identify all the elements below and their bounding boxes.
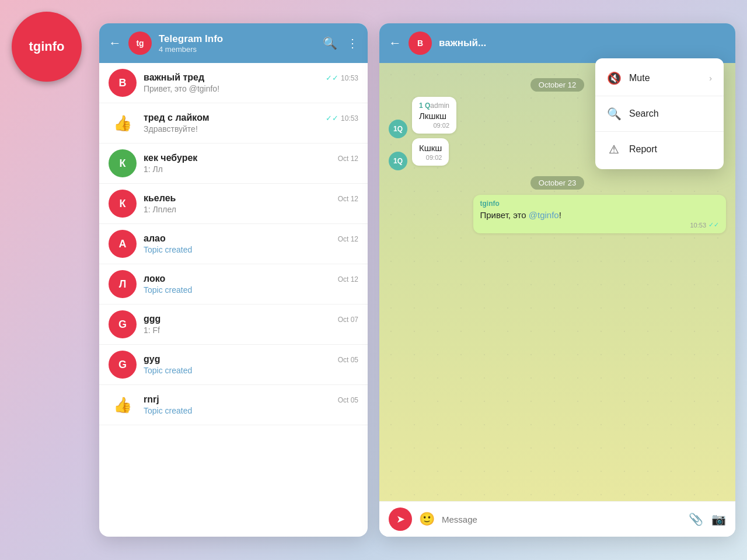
- message-text: Кшкш: [419, 143, 442, 153]
- thread-name: gyg: [144, 354, 160, 365]
- left-panel: ← tg Telegram Info 4 members 🔍 ⋮ В важны…: [99, 23, 368, 537]
- thread-content: тред с лайком ✓✓10:53 Здравствуйте!: [144, 113, 358, 134]
- dropdown-label: Mute: [629, 73, 701, 83]
- thread-content: gyg Oct 05 Topic created: [144, 354, 358, 375]
- dropdown-menu: 🔇 Mute › 🔍 Search ⚠ Report: [595, 58, 724, 169]
- thread-top: rnrj Oct 05: [144, 394, 358, 405]
- thread-preview: 1: Ff: [144, 326, 358, 335]
- search-icon[interactable]: 🔍: [323, 36, 337, 50]
- left-header-title: Telegram Info: [159, 33, 316, 45]
- thread-name: rnrj: [144, 394, 159, 405]
- thread-item[interactable]: Л локо Oct 12 Topic created: [99, 264, 368, 304]
- dropdown-label: Search: [629, 108, 712, 119]
- message-time: 09:02: [426, 154, 442, 161]
- thread-item[interactable]: А алао Oct 12 Topic created: [99, 224, 368, 264]
- thread-top: кьелеь Oct 12: [144, 193, 358, 204]
- thread-avatar: 👍: [109, 109, 137, 137]
- thread-time: Oct 05: [338, 356, 358, 364]
- thread-time: Oct 07: [338, 316, 358, 324]
- thread-preview: 1: Лл: [144, 164, 358, 174]
- left-header-actions: 🔍 ⋮: [323, 36, 358, 50]
- thread-time: Oct 12: [338, 195, 358, 203]
- thread-content: кьелеь Oct 12 1: Лплел: [144, 193, 358, 214]
- message-sender: tginfo: [480, 200, 720, 208]
- date-badge: October 23: [389, 177, 726, 188]
- message-input[interactable]: [442, 514, 682, 524]
- thread-list: В важный тред ✓✓10:53 Привет, это @tginf…: [99, 63, 368, 537]
- thread-preview: Topic created: [144, 366, 358, 375]
- emoji-icon[interactable]: 🙂: [419, 512, 435, 527]
- thread-name: ggg: [144, 314, 160, 324]
- message-bubble: 1 Q admin Лкшкш 09:02: [412, 97, 456, 134]
- read-check: ✓✓: [708, 221, 719, 229]
- input-icons: 📎 📷: [689, 512, 726, 526]
- camera-icon[interactable]: 📷: [711, 512, 726, 526]
- dropdown-item-mute[interactable]: 🔇 Mute ›: [595, 63, 724, 93]
- thread-preview: Topic created: [144, 245, 358, 254]
- thread-item[interactable]: 👍 тред с лайком ✓✓10:53 Здравствуйте!: [99, 103, 368, 144]
- thread-top: важный тред ✓✓10:53: [144, 72, 358, 83]
- message-time-row: 09:02: [419, 154, 442, 161]
- dropdown-icon: 🔍: [607, 107, 621, 121]
- thread-name: кек чебурек: [144, 153, 197, 163]
- thread-content: важный тред ✓✓10:53 Привет, это @tginfo!: [144, 72, 358, 93]
- thread-item[interactable]: В важный тред ✓✓10:53 Привет, это @tginf…: [99, 63, 368, 103]
- message-bubble-sent: tginfo Привет, это @tginfo! 10:53 ✓✓: [473, 195, 727, 233]
- chevron-right-icon: ›: [709, 74, 712, 83]
- thread-item[interactable]: G gyg Oct 05 Topic created: [99, 345, 368, 385]
- message-avatar: 1Q: [389, 152, 407, 170]
- left-header: ← tg Telegram Info 4 members 🔍 ⋮: [99, 23, 368, 63]
- message-text: Привет, это @tginfo!: [480, 210, 720, 220]
- thread-content: кек чебурек Oct 12 1: Лл: [144, 153, 358, 174]
- thread-content: rnrj Oct 05 Topic created: [144, 394, 358, 415]
- thread-avatar: К: [109, 190, 137, 218]
- thread-item[interactable]: К кьелеь Oct 12 1: Лплел: [99, 184, 368, 224]
- read-check: ✓✓: [326, 74, 338, 82]
- thread-time: Oct 12: [338, 235, 358, 243]
- dropdown-divider: [595, 96, 724, 96]
- attach-icon[interactable]: 📎: [689, 512, 703, 526]
- thread-content: локо Oct 12 Topic created: [144, 274, 358, 295]
- thread-top: алао Oct 12: [144, 233, 358, 244]
- thread-preview: Здравствуйте!: [144, 124, 358, 134]
- dropdown-item-search[interactable]: 🔍 Search: [595, 99, 724, 129]
- right-panel: ← В важный... October 12 1Q 1 Q admin Лк…: [379, 23, 735, 537]
- send-button[interactable]: ➤: [389, 508, 412, 531]
- dropdown-label: Report: [629, 144, 712, 155]
- thread-top: тред с лайком ✓✓10:53: [144, 113, 358, 123]
- thread-name: кьелеь: [144, 193, 176, 204]
- thread-preview: Topic created: [144, 406, 358, 415]
- thread-avatar: 👍: [109, 391, 137, 419]
- chat-input-area: ➤ 🙂 📎 📷: [379, 501, 735, 537]
- thread-item[interactable]: К кек чебурек Oct 12 1: Лл: [99, 144, 368, 184]
- dropdown-item-report[interactable]: ⚠ Report: [595, 134, 724, 164]
- dropdown-icon: 🔇: [607, 71, 621, 85]
- thread-avatar: В: [109, 69, 137, 97]
- message-avatar: 1Q: [389, 120, 407, 138]
- left-header-subtitle: 4 members: [159, 45, 316, 54]
- thread-avatar: G: [109, 310, 137, 338]
- thread-preview: 1: Лплел: [144, 205, 358, 214]
- thread-avatar: К: [109, 149, 137, 177]
- dropdown-icon: ⚠: [607, 142, 621, 156]
- left-back-button[interactable]: ←: [109, 36, 121, 51]
- thread-preview: Привет, это @tginfo!: [144, 84, 358, 93]
- message-time-row: 10:53 ✓✓: [480, 221, 720, 229]
- message-text: Лкшкш: [419, 111, 449, 121]
- message-bubble: Кшкш 09:02: [412, 138, 449, 166]
- mention: @tginfo: [529, 210, 559, 220]
- thread-avatar: Л: [109, 270, 137, 298]
- message-time: 10:53: [690, 222, 706, 229]
- thread-preview: Topic created: [144, 285, 358, 295]
- thread-avatar: А: [109, 230, 137, 258]
- app-logo: tginfo: [12, 12, 82, 82]
- right-back-button[interactable]: ←: [389, 36, 402, 51]
- thread-avatar: G: [109, 351, 137, 379]
- thread-item[interactable]: G ggg Oct 07 1: Ff: [99, 304, 368, 345]
- thread-time: ✓✓10:53: [326, 114, 358, 123]
- thread-name: тред с лайком: [144, 113, 210, 123]
- more-menu-icon[interactable]: ⋮: [347, 36, 358, 50]
- thread-time: ✓✓10:53: [326, 74, 358, 82]
- thread-item[interactable]: 👍 rnrj Oct 05 Topic created: [99, 385, 368, 425]
- thread-top: кек чебурек Oct 12: [144, 153, 358, 163]
